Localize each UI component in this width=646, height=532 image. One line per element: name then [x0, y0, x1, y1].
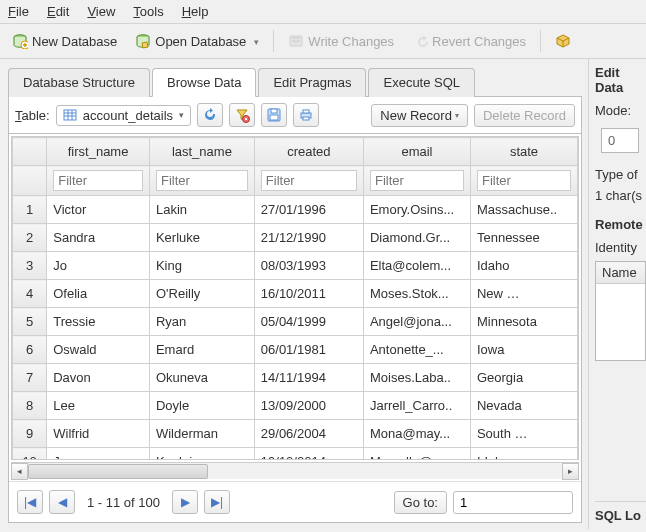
- cell-last-name[interactable]: Okuneva: [149, 364, 254, 392]
- table-row[interactable]: 2SandraKerluke21/12/1990Diamond.Gr...Ten…: [13, 224, 578, 252]
- cell-state[interactable]: Idaho: [470, 252, 577, 280]
- cell-email[interactable]: Elta@colem...: [363, 252, 470, 280]
- next-page-button[interactable]: ▶: [172, 490, 198, 514]
- goto-button[interactable]: Go to:: [394, 491, 447, 514]
- cell-first-name[interactable]: Wilfrid: [47, 420, 150, 448]
- new-database-button[interactable]: New Database: [8, 30, 121, 52]
- h-scrollbar[interactable]: ◂ ▸: [11, 462, 579, 479]
- cell-state[interactable]: Massachuse..: [470, 196, 577, 224]
- col-last-name[interactable]: last_name: [149, 138, 254, 166]
- col-state[interactable]: state: [470, 138, 577, 166]
- cell-state[interactable]: South …: [470, 420, 577, 448]
- cell-created[interactable]: 05/04/1999: [254, 308, 363, 336]
- cell-email[interactable]: Marcelle@q...: [363, 448, 470, 461]
- cell-state[interactable]: Minnesota: [470, 308, 577, 336]
- scroll-left-icon[interactable]: ◂: [11, 463, 28, 480]
- table-selector[interactable]: account_details ▾: [56, 105, 191, 126]
- cell-created[interactable]: 16/10/2011: [254, 280, 363, 308]
- filter-last-name[interactable]: [156, 170, 248, 191]
- col-email[interactable]: email: [363, 138, 470, 166]
- menu-edit[interactable]: Edit: [47, 4, 69, 19]
- cell-last-name[interactable]: King: [149, 252, 254, 280]
- cell-created[interactable]: 29/06/2004: [254, 420, 363, 448]
- col-created[interactable]: created: [254, 138, 363, 166]
- cell-last-name[interactable]: Koelpin: [149, 448, 254, 461]
- table-row[interactable]: 3JoKing08/03/1993Elta@colem...Idaho: [13, 252, 578, 280]
- cell-last-name[interactable]: O'Reilly: [149, 280, 254, 308]
- table-row[interactable]: 8LeeDoyle13/09/2000Jarrell_Carro..Nevada: [13, 392, 578, 420]
- cell-created[interactable]: 19/10/2014: [254, 448, 363, 461]
- cell-first-name[interactable]: Tressie: [47, 308, 150, 336]
- cell-email[interactable]: Moises.Laba..: [363, 364, 470, 392]
- cell-state[interactable]: Nevada: [470, 392, 577, 420]
- tab-execute-sql[interactable]: Execute SQL: [368, 68, 475, 97]
- cell-last-name[interactable]: Doyle: [149, 392, 254, 420]
- cell-state[interactable]: New …: [470, 280, 577, 308]
- menu-file[interactable]: File: [8, 4, 29, 19]
- cell-created[interactable]: 27/01/1996: [254, 196, 363, 224]
- mode-value-box[interactable]: 0: [601, 128, 639, 153]
- cell-created[interactable]: 21/12/1990: [254, 224, 363, 252]
- menu-tools[interactable]: Tools: [133, 4, 163, 19]
- cell-email[interactable]: Emory.Osins...: [363, 196, 470, 224]
- cell-last-name[interactable]: Kerluke: [149, 224, 254, 252]
- tab-browse-data[interactable]: Browse Data: [152, 68, 256, 97]
- clear-filter-button[interactable]: [229, 103, 255, 127]
- cell-last-name[interactable]: Wilderman: [149, 420, 254, 448]
- cell-first-name[interactable]: Oswald: [47, 336, 150, 364]
- tab-edit-pragmas[interactable]: Edit Pragmas: [258, 68, 366, 97]
- open-database-button[interactable]: Open Database ▾: [131, 30, 263, 52]
- filter-email[interactable]: [370, 170, 464, 191]
- refresh-button[interactable]: [197, 103, 223, 127]
- save-table-button[interactable]: [261, 103, 287, 127]
- cell-state[interactable]: Idaho: [470, 448, 577, 461]
- table-row[interactable]: 6OswaldEmard06/01/1981Antonette_...Iowa: [13, 336, 578, 364]
- filter-state[interactable]: [477, 170, 571, 191]
- cell-created[interactable]: 14/11/1994: [254, 364, 363, 392]
- cell-first-name[interactable]: Jo: [47, 252, 150, 280]
- cell-created[interactable]: 13/09/2000: [254, 392, 363, 420]
- scroll-thumb[interactable]: [28, 464, 208, 479]
- cell-state[interactable]: Georgia: [470, 364, 577, 392]
- cell-last-name[interactable]: Lakin: [149, 196, 254, 224]
- table-row[interactable]: 9WilfridWilderman29/06/2004Mona@may...So…: [13, 420, 578, 448]
- open-db-caret-icon[interactable]: ▾: [254, 37, 259, 49]
- table-row[interactable]: 10JaceKoelpin19/10/2014Marcelle@q...Idah…: [13, 448, 578, 461]
- cell-email[interactable]: Diamond.Gr...: [363, 224, 470, 252]
- cell-state[interactable]: Iowa: [470, 336, 577, 364]
- cell-created[interactable]: 06/01/1981: [254, 336, 363, 364]
- col-first-name[interactable]: first_name: [47, 138, 150, 166]
- cell-created[interactable]: 08/03/1993: [254, 252, 363, 280]
- cell-email[interactable]: Angel@jona...: [363, 308, 470, 336]
- table-row[interactable]: 4OfeliaO'Reilly16/10/2011Moses.Stok...Ne…: [13, 280, 578, 308]
- goto-input[interactable]: [453, 491, 573, 514]
- cell-email[interactable]: Mona@may...: [363, 420, 470, 448]
- print-button[interactable]: [293, 103, 319, 127]
- cell-first-name[interactable]: Jace: [47, 448, 150, 461]
- table-row[interactable]: 7DavonOkuneva14/11/1994Moises.Laba..Geor…: [13, 364, 578, 392]
- table-row[interactable]: 1VictorLakin27/01/1996Emory.Osins...Mass…: [13, 196, 578, 224]
- table-row[interactable]: 5TressieRyan05/04/1999Angel@jona...Minne…: [13, 308, 578, 336]
- scroll-track[interactable]: [28, 464, 562, 479]
- cell-email[interactable]: Moses.Stok...: [363, 280, 470, 308]
- cell-last-name[interactable]: Ryan: [149, 308, 254, 336]
- cell-first-name[interactable]: Davon: [47, 364, 150, 392]
- cell-email[interactable]: Antonette_...: [363, 336, 470, 364]
- cell-first-name[interactable]: Ofelia: [47, 280, 150, 308]
- menu-help[interactable]: Help: [182, 4, 209, 19]
- last-page-button[interactable]: ▶|: [204, 490, 230, 514]
- cell-first-name[interactable]: Lee: [47, 392, 150, 420]
- prev-page-button[interactable]: ◀: [49, 490, 75, 514]
- new-record-button[interactable]: New Record▾: [371, 104, 468, 127]
- cell-state[interactable]: Tennessee: [470, 224, 577, 252]
- filter-created[interactable]: [261, 170, 357, 191]
- first-page-button[interactable]: |◀: [17, 490, 43, 514]
- cell-first-name[interactable]: Sandra: [47, 224, 150, 252]
- name-column-header[interactable]: Name: [596, 262, 645, 284]
- filter-first-name[interactable]: [53, 170, 143, 191]
- tab-database-structure[interactable]: Database Structure: [8, 68, 150, 97]
- cell-email[interactable]: Jarrell_Carro..: [363, 392, 470, 420]
- toolbar-overflow[interactable]: [551, 30, 575, 52]
- menu-view[interactable]: View: [87, 4, 115, 19]
- cell-first-name[interactable]: Victor: [47, 196, 150, 224]
